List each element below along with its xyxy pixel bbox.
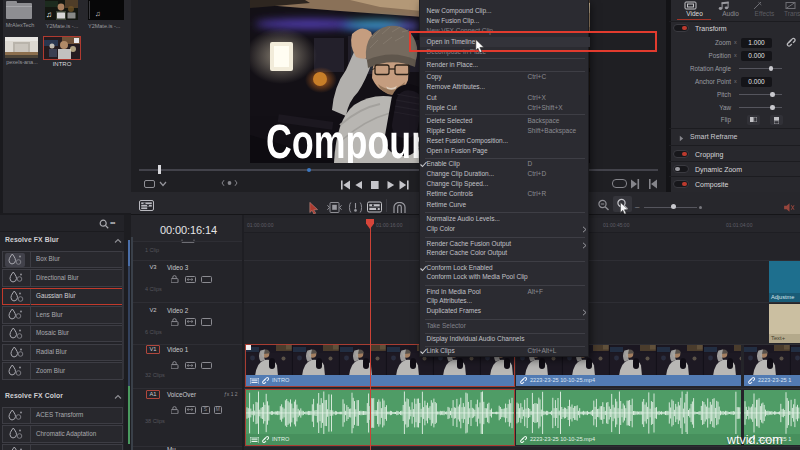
svg-text:♫: ♫ [46, 10, 52, 19]
